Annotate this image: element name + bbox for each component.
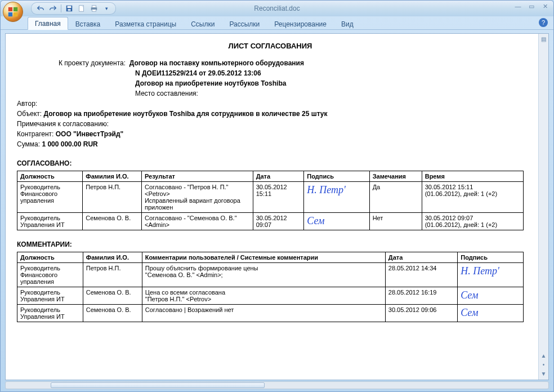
- tab-references[interactable]: Ссылки: [184, 17, 222, 30]
- th-time: Время: [422, 171, 523, 182]
- horizontal-scrollbar[interactable]: [5, 381, 549, 389]
- comments-heading: КОММЕНТАРИИ:: [17, 240, 524, 248]
- sum-value: 1 000 000.00 RUR: [42, 140, 97, 148]
- cell-position: Руководитель Управления ИТ: [17, 305, 83, 322]
- table-row: Руководитель Управления ИТ Семенова О. В…: [17, 305, 524, 322]
- side-toolbar: ▤ ▲ • ▼: [538, 34, 548, 380]
- signature-icon: Сем: [307, 215, 366, 227]
- cell-signature: Сем: [304, 213, 369, 230]
- app-window: ▾ Reconciliat.doc — ▭ ✕ Главная Вставка …: [0, 0, 554, 392]
- tab-view[interactable]: Вид: [334, 17, 361, 30]
- th-comment: Комментарии пользователей / Системные ко…: [142, 252, 385, 263]
- table-row: Руководитель Финансового управления Петр…: [17, 182, 524, 213]
- scrollbar-thumb[interactable]: [51, 382, 265, 388]
- tab-pagelayout[interactable]: Разметка страницы: [108, 17, 184, 30]
- cell-position: Руководитель Финансового управления: [17, 263, 83, 287]
- document-page: ЛИСТ СОГЛАСОВАНИЯ К проекту документа: Д…: [6, 34, 535, 333]
- cell-name: Семенова О. В.: [83, 213, 142, 230]
- undo-icon[interactable]: [36, 4, 45, 13]
- document-area[interactable]: ▤ ▲ • ▼ ЛИСТ СОГЛАСОВАНИЯ К проекту доку…: [5, 33, 549, 380]
- approvals-heading: СОГЛАСОВАНО:: [17, 159, 524, 167]
- cell-result: Согласовано - "Семенова О. В." <Admin>: [141, 213, 253, 230]
- meta-block: К проекту документа: Договор на поставку…: [17, 58, 524, 149]
- svg-rect-3: [14, 12, 17, 16]
- table-row: Руководитель Управления ИТ Семенова О. В…: [17, 213, 524, 230]
- close-button[interactable]: ✕: [540, 3, 550, 11]
- svg-rect-10: [92, 10, 96, 12]
- minimize-button[interactable]: —: [513, 3, 523, 11]
- cell-result: Согласовано - "Петров Н. П." <Petrov> Ис…: [141, 182, 253, 213]
- notes-label: Примечания к согласованию:: [17, 119, 524, 129]
- object-label: Объект:: [17, 110, 42, 118]
- tab-insert[interactable]: Вставка: [68, 17, 108, 30]
- signature-icon: Сем: [461, 306, 520, 319]
- qat-dropdown-icon[interactable]: ▾: [102, 4, 111, 13]
- cell-position: Руководитель Финансового управления: [17, 182, 83, 213]
- nav-up-icon[interactable]: ▲: [540, 353, 547, 359]
- ruler-icon[interactable]: ▤: [540, 36, 547, 43]
- titlebar: ▾ Reconciliat.doc — ▭ ✕: [1, 1, 553, 16]
- counterparty-label: Контрагент:: [17, 130, 53, 138]
- cell-comment: Прошу объяснить формирование цены "Семен…: [142, 263, 385, 287]
- cell-name: Семенова О. В.: [83, 305, 142, 322]
- cell-time: 30.05.2012 15:11 (01.06.2012), дней: 1 (…: [422, 182, 523, 213]
- table-row: Руководитель Управления ИТ Семенова О. В…: [17, 287, 524, 305]
- cell-name: Семенова О. В.: [83, 287, 142, 305]
- cell-date: 28.05.2012 16:19: [385, 287, 457, 305]
- cell-signature: Сем: [458, 305, 524, 322]
- cell-remarks: Нет: [369, 213, 422, 230]
- window-title: Reconciliat.doc: [254, 5, 300, 12]
- table-row: Руководитель Финансового управления Петр…: [17, 263, 524, 287]
- cell-remarks: Да: [369, 182, 422, 213]
- reg-line: N ДОЕИ112529/214 от 29.05.2012 13:06: [17, 68, 524, 78]
- th-name: Фамилия И.О.: [83, 171, 142, 182]
- signature-icon: Н. Петр': [307, 184, 366, 196]
- th-date: Дата: [385, 252, 457, 263]
- svg-rect-6: [68, 9, 70, 11]
- svg-rect-2: [8, 12, 12, 16]
- maximize-button[interactable]: ▭: [526, 3, 537, 11]
- th-date: Дата: [253, 171, 304, 182]
- cell-comment: Согласовано | Возражений нет: [142, 305, 385, 322]
- cell-date: 30.05.2012 15:11: [253, 182, 304, 213]
- nav-down-icon[interactable]: ▼: [540, 371, 547, 377]
- redo-icon[interactable]: [48, 4, 57, 13]
- sum-label: Сумма:: [17, 140, 40, 148]
- cell-comment: Цена со всеми согласована "Петров Н.П." …: [142, 287, 385, 305]
- cell-signature: Сем: [458, 287, 524, 305]
- ribbon-tabs: Главная Вставка Разметка страницы Ссылки…: [1, 16, 553, 30]
- signature-icon: Сем: [461, 289, 520, 301]
- tab-home[interactable]: Главная: [28, 17, 68, 30]
- subject-line: Договор на приобретение ноутбуков Toshib…: [17, 78, 524, 88]
- svg-rect-5: [68, 6, 72, 8]
- th-result: Результат: [141, 171, 253, 182]
- cell-name: Петров Н.П.: [83, 182, 142, 213]
- counterparty-value: ООО "ИнвестТрэйд": [56, 130, 124, 138]
- nav-sep-icon: •: [540, 362, 547, 368]
- svg-rect-9: [92, 6, 96, 8]
- object-value: Договор на приобретение ноутбуков Toshib…: [44, 110, 328, 118]
- cell-position: Руководитель Управления ИТ: [17, 287, 83, 305]
- cell-date: 30.05.2012 09:06: [385, 305, 457, 322]
- save-icon[interactable]: [65, 4, 74, 13]
- print-icon[interactable]: [90, 4, 99, 13]
- th-signature: Подпись: [458, 252, 524, 263]
- cell-name: Петров Н.П.: [83, 263, 142, 287]
- th-name: Фамилия И.О.: [83, 252, 142, 263]
- window-controls: — ▭ ✕: [513, 3, 550, 11]
- cell-time: 30.05.2012 09:07 (01.06.2012), дней: 1 (…: [422, 213, 523, 230]
- quick-access-toolbar: ▾: [31, 2, 116, 15]
- office-button[interactable]: [3, 2, 23, 22]
- th-position: Должность: [17, 171, 83, 182]
- tab-review[interactable]: Рецензирование: [267, 17, 334, 30]
- project-label: К проекту документа:: [59, 59, 126, 67]
- th-position: Должность: [17, 252, 83, 263]
- comments-table: Должность Фамилия И.О. Комментарии польз…: [17, 252, 524, 322]
- tab-mailings[interactable]: Рассылки: [222, 17, 267, 30]
- signature-icon: Н. Петр': [461, 265, 520, 277]
- help-icon[interactable]: ?: [539, 18, 548, 27]
- place-label: Место составления:: [17, 88, 524, 99]
- cell-date: 28.05.2012 14:34: [385, 263, 457, 287]
- new-doc-icon[interactable]: [77, 4, 86, 13]
- doc-title: ЛИСТ СОГЛАСОВАНИЯ: [17, 42, 524, 50]
